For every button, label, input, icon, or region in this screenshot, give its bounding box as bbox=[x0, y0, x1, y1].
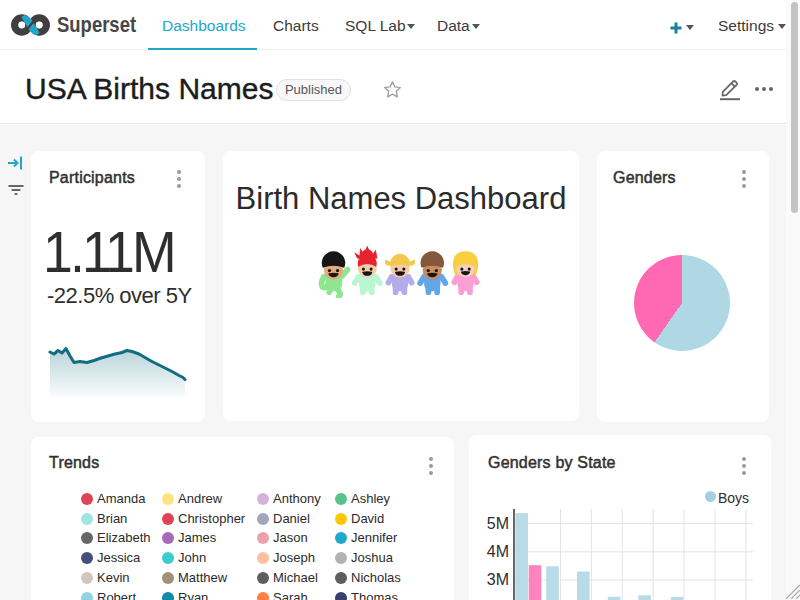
svg-text:3M: 3M bbox=[487, 571, 509, 588]
svg-text:5M: 5M bbox=[487, 515, 509, 532]
svg-text:4M: 4M bbox=[487, 543, 509, 560]
